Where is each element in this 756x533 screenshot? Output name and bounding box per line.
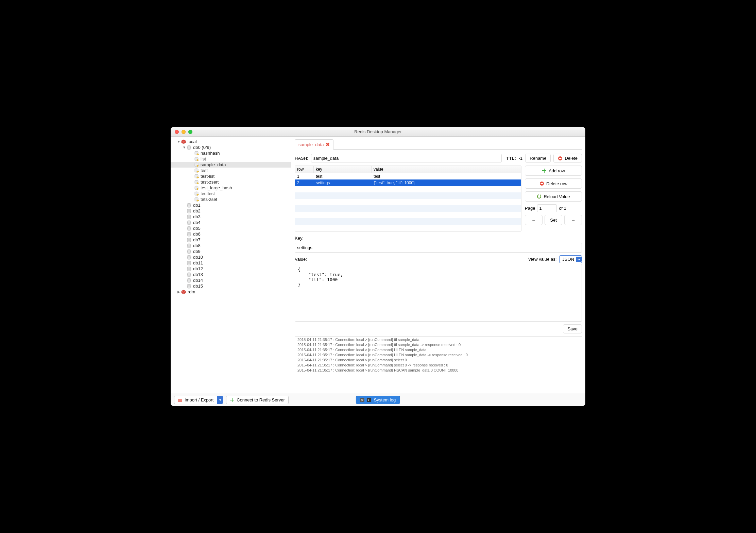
key-label: hashhash bbox=[201, 151, 220, 156]
database-icon bbox=[186, 272, 192, 277]
connection-node[interactable]: ▶rdm bbox=[171, 289, 291, 295]
tab-bar: sample_data ✖ bbox=[295, 139, 582, 150]
key-label: test_large_hash bbox=[201, 185, 232, 190]
key-node[interactable]: list bbox=[171, 156, 291, 162]
reload-value-button[interactable]: Reload Value bbox=[525, 191, 582, 202]
connection-label: local bbox=[188, 139, 197, 144]
connect-button[interactable]: Connect to Redis Server bbox=[226, 396, 289, 404]
database-node[interactable]: db15 bbox=[171, 283, 291, 289]
database-label: db14 bbox=[193, 278, 203, 283]
database-node[interactable]: ▼db0 (0/9) bbox=[171, 144, 291, 150]
hash-fields-grid[interactable]: row key value 1testtest2settings{"test":… bbox=[295, 166, 521, 231]
database-label: db6 bbox=[193, 231, 201, 237]
log-panel[interactable]: 2015-04-11 21:35:17 : Connection: local … bbox=[295, 336, 582, 372]
minus-circle-icon bbox=[558, 156, 563, 161]
database-label: db1 bbox=[193, 203, 201, 208]
database-node[interactable]: db5 bbox=[171, 225, 291, 231]
connections-sidebar: ▼local▼db0 (0/9)hashhashlistsample_datat… bbox=[171, 137, 291, 394]
database-icon bbox=[186, 238, 192, 242]
database-icon bbox=[186, 214, 192, 219]
key-label: test-zsert bbox=[201, 179, 219, 185]
tab-close-icon[interactable]: ✖ bbox=[326, 142, 330, 147]
database-icon bbox=[186, 232, 192, 237]
key-node[interactable]: test_large_hash bbox=[171, 185, 291, 191]
table-row[interactable]: 2settings{"test": true, "ttl": 1000} bbox=[295, 179, 521, 186]
database-node[interactable]: db2 bbox=[171, 208, 291, 214]
key-node[interactable]: test bbox=[171, 168, 291, 173]
chevron-right-icon[interactable]: ▶ bbox=[177, 290, 181, 294]
key-icon bbox=[194, 180, 199, 185]
page-of: of 1 bbox=[559, 206, 566, 211]
connections-tree[interactable]: ▼local▼db0 (0/9)hashhashlistsample_datat… bbox=[171, 139, 291, 394]
chevron-down-icon[interactable]: ▼ bbox=[182, 145, 186, 149]
table-row-empty bbox=[295, 192, 521, 199]
table-row[interactable]: 1testtest bbox=[295, 173, 521, 179]
database-icon bbox=[186, 249, 192, 254]
page-set-button[interactable]: Set bbox=[545, 215, 562, 225]
key-label: test-list bbox=[201, 174, 214, 179]
svg-rect-69 bbox=[230, 400, 234, 400]
grid-header: row key value bbox=[295, 166, 521, 173]
key-label: test bbox=[201, 168, 208, 173]
svg-rect-10 bbox=[198, 166, 199, 166]
delete-row-button[interactable]: Delete row bbox=[525, 178, 582, 189]
database-node[interactable]: db9 bbox=[171, 248, 291, 254]
svg-rect-65 bbox=[178, 399, 182, 400]
database-node[interactable]: db12 bbox=[171, 266, 291, 272]
database-node[interactable]: db14 bbox=[171, 277, 291, 283]
svg-rect-72 bbox=[369, 401, 371, 401]
titlebar: Redis Desktop Manager bbox=[171, 127, 585, 137]
database-icon bbox=[186, 261, 192, 265]
database-label: db9 bbox=[193, 249, 201, 254]
key-field-input[interactable] bbox=[295, 243, 582, 253]
page-next-button[interactable]: → bbox=[564, 215, 582, 225]
add-row-button[interactable]: Add row bbox=[525, 166, 582, 176]
key-node[interactable]: testtest bbox=[171, 191, 291, 196]
log-line: 2015-04-11 21:35:17 : Connection: local … bbox=[297, 342, 579, 347]
key-icon bbox=[194, 157, 199, 161]
system-log-button[interactable]: System log bbox=[356, 396, 400, 404]
key-node[interactable]: tets-zset bbox=[171, 196, 291, 202]
svg-rect-22 bbox=[198, 189, 199, 189]
database-node[interactable]: db10 bbox=[171, 254, 291, 260]
connection-node[interactable]: ▼local bbox=[171, 139, 291, 144]
chevron-down-icon[interactable]: ▼ bbox=[217, 396, 223, 404]
database-node[interactable]: db8 bbox=[171, 243, 291, 248]
col-row: row bbox=[295, 166, 314, 173]
table-row-empty bbox=[295, 218, 521, 225]
cell-key: settings bbox=[314, 180, 372, 186]
view-as-select[interactable]: JSON ▴▾ bbox=[559, 257, 582, 262]
key-tab[interactable]: sample_data ✖ bbox=[295, 139, 333, 150]
save-button[interactable]: Save bbox=[563, 324, 582, 333]
page-prev-button[interactable]: ← bbox=[525, 215, 543, 225]
chevron-down-icon[interactable]: ▼ bbox=[177, 140, 181, 143]
database-node[interactable]: db1 bbox=[171, 202, 291, 208]
key-node[interactable]: test-zsert bbox=[171, 179, 291, 185]
database-node[interactable]: db6 bbox=[171, 231, 291, 237]
redis-icon bbox=[181, 290, 186, 294]
database-label: db8 bbox=[193, 243, 201, 248]
pager: Page of 1 bbox=[525, 204, 582, 212]
database-icon bbox=[186, 284, 192, 289]
database-label: db7 bbox=[193, 237, 201, 242]
terminal-icon bbox=[367, 398, 372, 402]
database-node[interactable]: db13 bbox=[171, 272, 291, 277]
database-node[interactable]: db7 bbox=[171, 237, 291, 243]
svg-rect-60 bbox=[559, 158, 562, 159]
database-node[interactable]: db3 bbox=[171, 214, 291, 220]
key-name-input[interactable] bbox=[311, 154, 502, 162]
svg-rect-66 bbox=[178, 400, 182, 401]
key-node[interactable]: sample_data bbox=[171, 162, 291, 168]
value-textarea[interactable] bbox=[295, 264, 582, 322]
key-node[interactable]: test-list bbox=[171, 173, 291, 179]
database-node[interactable]: db4 bbox=[171, 220, 291, 225]
rename-button[interactable]: Rename bbox=[525, 154, 551, 163]
page-input[interactable] bbox=[537, 204, 557, 212]
log-line: 2015-04-11 21:35:17 : Connection: local … bbox=[297, 363, 579, 368]
key-node[interactable]: hashhash bbox=[171, 150, 291, 156]
database-node[interactable]: db11 bbox=[171, 260, 291, 266]
database-label: db10 bbox=[193, 255, 203, 260]
import-export-button[interactable]: Import / Export ▼ bbox=[174, 396, 223, 404]
svg-rect-13 bbox=[198, 171, 199, 172]
delete-button[interactable]: Delete bbox=[553, 154, 582, 163]
